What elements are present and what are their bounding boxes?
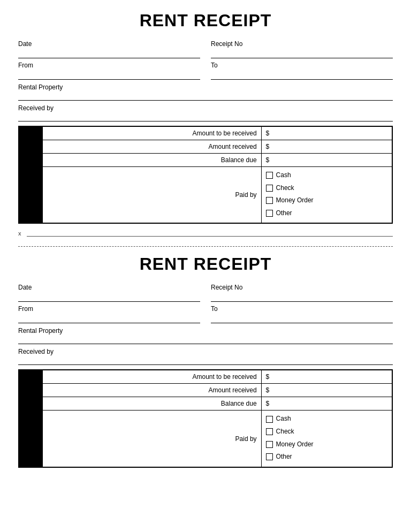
receipt-title-2: RENT RECEIPT: [18, 254, 393, 274]
signature-row-1: x: [18, 228, 393, 237]
date-field-2: Date: [18, 284, 200, 302]
received-by-input-1[interactable]: [18, 112, 393, 121]
from-field-1: From: [18, 62, 200, 80]
divider: [18, 246, 393, 247]
received-by-field-2: Received by: [18, 347, 393, 365]
money-order-checkbox-2[interactable]: [266, 441, 273, 448]
from-input-2[interactable]: [18, 314, 200, 323]
other-option-2[interactable]: Other: [266, 451, 387, 463]
date-receiptno-row-1: Date Receipt No: [18, 40, 393, 58]
amount-to-be-received-row-1: Amount to be received $: [19, 126, 392, 140]
check-label-1: Check: [276, 183, 294, 194]
bd-label-1: Balance due: [43, 154, 261, 167]
received-by-input-2[interactable]: [18, 355, 393, 365]
balance-due-row-2: Balance due $: [19, 397, 392, 411]
money-order-checkbox-1[interactable]: [266, 197, 273, 204]
receiptno-label-2: Receipt No: [211, 284, 393, 291]
received-by-field-1: Received by: [18, 104, 393, 121]
money-order-option-2[interactable]: Money Order: [266, 439, 387, 451]
cash-checkbox-1[interactable]: [266, 172, 273, 179]
money-order-label-2: Money Order: [276, 439, 314, 451]
to-input-1[interactable]: [211, 70, 393, 80]
check-option-1[interactable]: Check: [266, 183, 387, 194]
other-option-1[interactable]: Other: [266, 208, 387, 219]
receiptno-input-2[interactable]: [211, 292, 393, 302]
rental-property-input-2[interactable]: [18, 335, 393, 344]
bd-value-2[interactable]: $: [261, 397, 392, 411]
cash-label-1: Cash: [276, 170, 291, 181]
money-order-option-1[interactable]: Money Order: [266, 195, 387, 207]
bd-label-2: Balance due: [43, 397, 261, 411]
balance-due-row-1: Balance due $: [19, 154, 392, 167]
rental-property-input-1[interactable]: [18, 91, 393, 101]
receipt-title-1: RENT RECEIPT: [18, 11, 393, 31]
to-field-2: To: [211, 305, 393, 323]
to-label-2: To: [211, 305, 393, 313]
ar-label-1: Amount received: [43, 140, 261, 154]
rental-property-label-2: Rental Property: [18, 327, 63, 335]
paid-by-label-1: Paid by: [43, 167, 261, 224]
ar-value-2[interactable]: $: [261, 384, 392, 397]
rental-property-label-1: Rental Property: [18, 83, 63, 91]
date-input-1[interactable]: [18, 49, 200, 58]
check-option-2[interactable]: Check: [266, 426, 387, 438]
from-label-1: From: [18, 62, 200, 69]
receiptno-input-1[interactable]: [211, 49, 393, 58]
date-label-2: Date: [18, 284, 200, 291]
other-checkbox-1[interactable]: [266, 210, 273, 217]
from-to-row-2: From To: [18, 305, 393, 323]
rental-property-field-1: Rental Property: [18, 83, 393, 101]
other-label-1: Other: [276, 208, 292, 219]
black-bar-2: [19, 370, 43, 467]
from-label-2: From: [18, 305, 200, 313]
sig-line-1[interactable]: [27, 228, 393, 237]
rental-property-field-2: Rental Property: [18, 326, 393, 344]
cash-checkbox-2[interactable]: [266, 416, 273, 423]
paid-by-row-2: Paid by Cash Check Money Order: [19, 411, 392, 467]
cash-option-1[interactable]: Cash: [266, 170, 387, 181]
payment-methods-1: Cash Check Money Order Other: [261, 167, 392, 224]
other-checkbox-2[interactable]: [266, 453, 273, 460]
black-bar-1: [19, 126, 43, 223]
received-by-label-2: Received by: [18, 348, 54, 355]
sig-label-1: x: [18, 230, 21, 237]
check-checkbox-1[interactable]: [266, 185, 273, 192]
to-label-1: To: [211, 62, 393, 69]
paid-by-row-1: Paid by Cash Check Money Order: [19, 167, 392, 224]
ar-value-1[interactable]: $: [261, 140, 392, 154]
receipt-page: RENT RECEIPT Date Receipt No From To: [18, 11, 393, 468]
receipt-table-1: Amount to be received $ Amount received …: [18, 126, 393, 224]
receiptno-field-2: Receipt No: [211, 284, 393, 302]
amount-received-row-2: Amount received $: [19, 384, 392, 397]
receipt-table-2: Amount to be received $ Amount received …: [18, 369, 393, 467]
bd-value-1[interactable]: $: [261, 154, 392, 167]
to-input-2[interactable]: [211, 314, 393, 323]
amount-to-be-received-row-2: Amount to be received $: [19, 370, 392, 384]
to-field-1: To: [211, 62, 393, 80]
atbr-label-2: Amount to be received: [43, 370, 261, 384]
paid-by-label-2: Paid by: [43, 411, 261, 467]
atbr-value-1[interactable]: $: [261, 126, 392, 140]
check-label-2: Check: [276, 426, 294, 438]
received-by-label-1: Received by: [18, 104, 54, 112]
atbr-value-2[interactable]: $: [261, 370, 392, 384]
other-label-2: Other: [276, 451, 292, 463]
amount-received-row-1: Amount received $: [19, 140, 392, 154]
receipt-block-2: RENT RECEIPT Date Receipt No From To: [18, 254, 393, 467]
from-input-1[interactable]: [18, 70, 200, 80]
cash-option-2[interactable]: Cash: [266, 413, 387, 425]
date-input-2[interactable]: [18, 292, 200, 302]
from-to-row-1: From To: [18, 62, 393, 80]
date-field-1: Date: [18, 40, 200, 58]
payment-methods-2: Cash Check Money Order Other: [261, 411, 392, 467]
from-field-2: From: [18, 305, 200, 323]
atbr-label-1: Amount to be received: [43, 126, 261, 140]
ar-label-2: Amount received: [43, 384, 261, 397]
receiptno-label-1: Receipt No: [211, 40, 393, 48]
date-label-1: Date: [18, 40, 200, 48]
date-receiptno-row-2: Date Receipt No: [18, 284, 393, 302]
receipt-block-1: RENT RECEIPT Date Receipt No From To: [18, 11, 393, 237]
money-order-label-1: Money Order: [276, 195, 314, 207]
check-checkbox-2[interactable]: [266, 428, 273, 435]
receiptno-field-1: Receipt No: [211, 40, 393, 58]
